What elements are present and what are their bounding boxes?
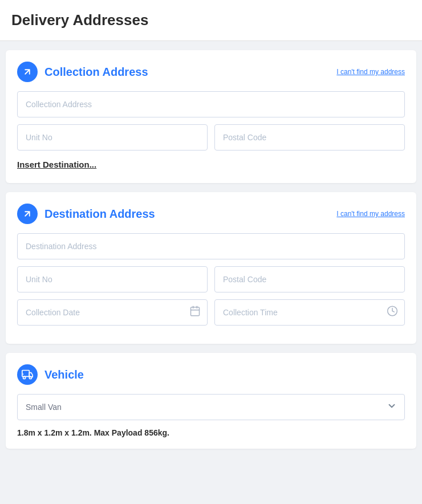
destination-postal-code-input[interactable] xyxy=(214,266,405,292)
collection-unit-postal-row xyxy=(17,124,405,151)
collection-unit-no-input[interactable] xyxy=(17,124,208,151)
insert-destination-wrapper: Insert Destination... xyxy=(17,157,405,172)
collection-time-col xyxy=(214,299,405,326)
destination-address-group xyxy=(17,233,405,259)
svg-rect-5 xyxy=(22,371,30,377)
collection-date-input[interactable] xyxy=(17,299,208,326)
svg-point-6 xyxy=(23,376,26,379)
collection-postal-code-input[interactable] xyxy=(214,124,405,151)
arrow-up-right-icon xyxy=(22,67,33,77)
collection-time-input[interactable] xyxy=(214,299,405,326)
destination-address-title: Destination Address xyxy=(44,208,155,221)
vehicle-icon-circle xyxy=(17,364,38,385)
collection-date-col xyxy=(17,299,208,326)
destination-address-header: Destination Address I can't find my addr… xyxy=(17,204,405,224)
collection-address-icon xyxy=(17,62,38,82)
destination-cant-find-link[interactable]: I can't find my address xyxy=(336,210,405,218)
collection-postal-col xyxy=(214,124,405,151)
collection-address-header: Collection Address I can't find my addre… xyxy=(17,62,405,82)
destination-unit-col xyxy=(17,266,208,292)
svg-point-7 xyxy=(29,376,31,379)
destination-address-card: Destination Address I can't find my addr… xyxy=(6,192,416,344)
collection-date-time-row xyxy=(17,299,405,326)
insert-destination-link[interactable]: Insert Destination... xyxy=(17,160,96,169)
vehicle-card: Vehicle Small Van Medium Van Large Van M… xyxy=(6,353,416,449)
vehicle-select[interactable]: Small Van Medium Van Large Van Motorcycl… xyxy=(17,394,405,420)
page-title-bar: Delivery Addresses xyxy=(0,0,422,41)
vehicle-header: Vehicle xyxy=(17,364,405,385)
destination-postal-col xyxy=(214,266,405,292)
collection-address-group xyxy=(17,91,405,117)
page-title: Delivery Addresses xyxy=(11,11,411,29)
destination-address-icon xyxy=(17,204,38,224)
vehicle-section-title: Vehicle xyxy=(44,368,84,381)
page-container: Delivery Addresses Collection Address I … xyxy=(0,0,422,449)
destination-address-input[interactable] xyxy=(17,233,405,259)
destination-unit-postal-row xyxy=(17,266,405,292)
collection-cant-find-link[interactable]: I can't find my address xyxy=(336,68,405,76)
collection-address-card: Collection Address I can't find my addre… xyxy=(6,50,416,183)
destination-arrow-icon xyxy=(22,209,33,219)
collection-unit-col xyxy=(17,124,208,151)
vehicle-specs-text: 1.8m x 1.2m x 1.2m. Max Payload 856kg. xyxy=(17,428,405,437)
vehicle-select-wrapper: Small Van Medium Van Large Van Motorcycl… xyxy=(17,394,405,420)
destination-unit-no-input[interactable] xyxy=(17,266,208,292)
collection-address-input[interactable] xyxy=(17,91,405,117)
van-icon xyxy=(22,369,33,380)
collection-address-title: Collection Address xyxy=(44,66,148,79)
